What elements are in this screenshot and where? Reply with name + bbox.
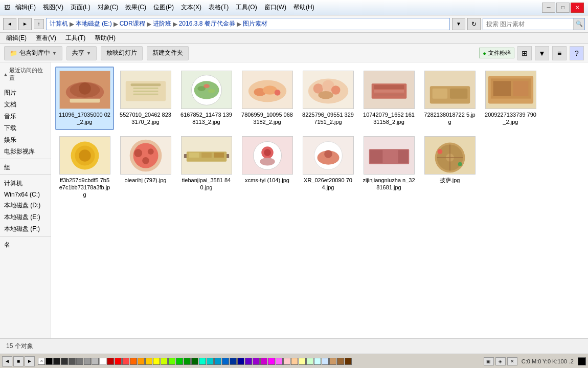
view-dropdown-button[interactable]: ▼ (535, 46, 549, 60)
color-teal[interactable] (199, 358, 206, 365)
file-item-8[interactable]: ff3b257d9cbdf5 7b5e7c1bb73178a3fb.jpg (55, 132, 114, 203)
nav-forward-button[interactable]: ► (18, 18, 32, 30)
new-folder-button[interactable]: 新建文件夹 (147, 46, 189, 60)
view-large-icon-button[interactable]: ⊞ (517, 46, 532, 60)
color-red-light[interactable] (122, 358, 129, 365)
color-orange[interactable] (138, 358, 145, 365)
sidebar-item-pictures[interactable]: 图片 (0, 87, 51, 99)
menu-item-object[interactable]: 对象(C) (96, 3, 121, 12)
color-red[interactable] (115, 358, 122, 365)
file-item-12[interactable]: XR_026et20090 704.jpg (299, 132, 357, 203)
minimize-button[interactable]: ─ (542, 3, 555, 13)
menu-item-help[interactable]: 帮助(H) (291, 3, 316, 12)
color-swatch-null[interactable]: ✕ (38, 358, 45, 365)
nav-back-button[interactable]: ◄ (3, 18, 16, 30)
color-red-dark[interactable] (107, 358, 114, 365)
file-shred-button[interactable]: ● 文件粉碎 (479, 48, 514, 58)
color-purple-light[interactable] (245, 358, 252, 365)
color-gray3[interactable] (92, 358, 99, 365)
eye-dropper-button[interactable]: ◈ (495, 357, 506, 365)
collapse-icon[interactable]: ▲ (3, 72, 8, 77)
sidebar-item-drive-c[interactable]: Win7x64 (C:) (0, 189, 51, 200)
address-path[interactable]: 计算机 ▶ 本地磁盘 (E:) ▶ CDR课程 ▶ 进阶班 ▶ 2016.3.8… (46, 18, 450, 30)
color-purple[interactable] (253, 358, 260, 365)
path-folder[interactable]: 图片素材 (243, 19, 267, 28)
color-baby-blue[interactable] (322, 358, 329, 365)
file-item-2[interactable]: 6167852_11473 1398113_2.jpg (177, 67, 236, 130)
color-green[interactable] (176, 358, 183, 365)
page-stop-button[interactable]: ■ (13, 356, 24, 366)
color-green-light[interactable] (168, 358, 175, 365)
no-fill-button[interactable]: ✕ (507, 357, 517, 365)
sidebar-item-drive-e[interactable]: 本地磁盘 (E:) (0, 211, 51, 223)
color-brown[interactable] (345, 358, 352, 365)
color-tool-button[interactable]: ▣ (484, 357, 494, 365)
file-item-0[interactable]: 11096_17035000 02_2.jpg (55, 67, 114, 130)
color-magenta[interactable] (268, 358, 275, 365)
menu-item-tools[interactable]: 工具(O) (234, 3, 259, 12)
file-item-6[interactable]: 7282138018722 5.jpg (420, 67, 479, 130)
file-item-10[interactable]: tiebanjipai_3581 840.jpg (177, 132, 236, 203)
sidebar-item-music[interactable]: 音乐 (0, 111, 51, 122)
menu-view2[interactable]: 查看(V) (32, 33, 60, 44)
color-cyan[interactable] (207, 358, 214, 365)
color-green-darker[interactable] (191, 358, 198, 365)
view-details-button[interactable]: ≡ (552, 46, 567, 60)
share-button[interactable]: 共享 ▼ (66, 46, 97, 60)
color-pink[interactable] (276, 358, 283, 365)
sidebar-item-misc[interactable]: 名 (0, 239, 51, 251)
page-prev-button[interactable]: ◄ (2, 356, 12, 366)
file-item-7[interactable]: 2009227133739 790_2.jpg (481, 67, 540, 130)
sidebar-item-computer[interactable]: 计算机 (0, 178, 51, 189)
color-cream[interactable] (299, 358, 306, 365)
sidebar-item-movies[interactable]: 电影影视库 (0, 146, 51, 158)
help-button[interactable]: ? (570, 46, 584, 60)
color-mint[interactable] (306, 358, 313, 365)
color-green-dark[interactable] (184, 358, 191, 365)
color-sky[interactable] (314, 358, 321, 365)
file-item-1[interactable]: 5527010_20462 8233170_2.jpg (116, 67, 175, 130)
refresh-button[interactable]: ↻ (467, 18, 481, 30)
path-advanced[interactable]: 进阶班 (153, 19, 171, 28)
path-date[interactable]: 2016.3.8 餐厅代金券 (179, 19, 235, 28)
sidebar-item-drive-d[interactable]: 本地磁盘 (D:) (0, 200, 51, 211)
page-next-button[interactable]: ► (25, 356, 35, 366)
menu-item-window[interactable]: 窗口(W) (262, 3, 288, 12)
sidebar-item-group[interactable]: 组 (0, 162, 51, 174)
color-tan[interactable] (329, 358, 336, 365)
sidebar-item-downloads[interactable]: 下载 (0, 122, 51, 134)
color-yellow[interactable] (145, 358, 152, 365)
menu-help2[interactable]: 帮助(H) (91, 33, 120, 44)
path-drive[interactable]: 本地磁盘 (E:) (76, 19, 112, 28)
color-magenta-dark[interactable] (260, 358, 267, 365)
color-dark1[interactable] (53, 358, 60, 365)
sidebar-item-drive-f[interactable]: 本地磁盘 (F:) (0, 223, 51, 235)
menu-edit2[interactable]: 编辑(E) (2, 33, 31, 44)
menu-item-bitmap[interactable]: 位图(P) (151, 3, 176, 12)
color-blue-light[interactable] (214, 358, 221, 365)
color-orange-dark[interactable] (130, 358, 137, 365)
file-item-14[interactable]: 披萨.jpg (420, 132, 479, 203)
file-item-5[interactable]: 10742079_1652 16131158_2.jpg (359, 67, 418, 130)
color-blue-dark[interactable] (230, 358, 237, 365)
color-navy[interactable] (237, 358, 244, 365)
color-yellow-bright[interactable] (153, 358, 160, 365)
maximize-button[interactable]: □ (556, 3, 570, 13)
file-item-4[interactable]: 8225796_09551 3297151_2.jpg (299, 67, 357, 130)
current-color-swatch[interactable] (578, 357, 586, 365)
address-dropdown-button[interactable]: ▼ (452, 18, 465, 30)
menu-item-page[interactable]: 页面(L) (69, 3, 93, 12)
color-gray2[interactable] (84, 358, 91, 365)
menu-tools2[interactable]: 工具(T) (61, 33, 89, 44)
path-cdr[interactable]: CDR课程 (120, 19, 145, 28)
menu-item-effect[interactable]: 效果(C) (123, 3, 148, 12)
menu-item-table[interactable]: 表格(T) (207, 3, 231, 12)
sidebar-item-documents[interactable]: 文档 (0, 99, 51, 111)
search-button[interactable]: 🔍 (573, 18, 584, 30)
file-item-11[interactable]: xcms-tyi (104).jpg (238, 132, 297, 203)
color-gray1[interactable] (76, 358, 83, 365)
color-brown-light[interactable] (337, 358, 344, 365)
color-yellow-green[interactable] (161, 358, 168, 365)
library-button[interactable]: 📁 包含到库中 ▼ (4, 46, 62, 60)
path-computer[interactable]: 计算机 (50, 19, 68, 28)
